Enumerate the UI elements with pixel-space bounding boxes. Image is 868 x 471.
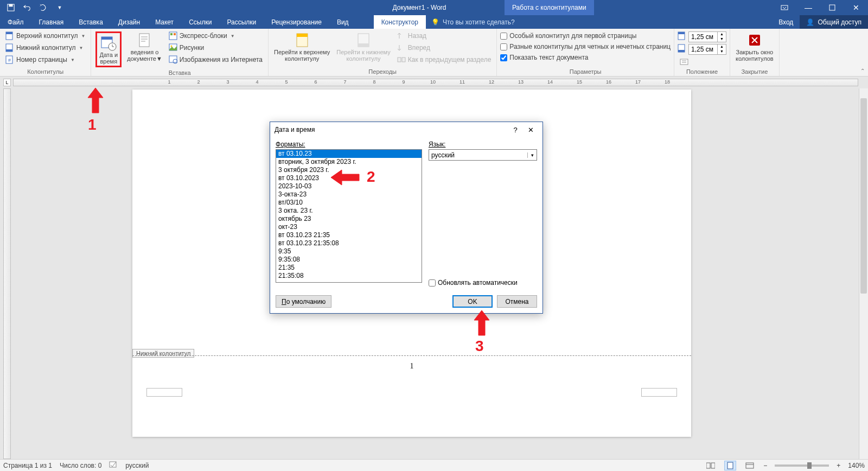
- quick-parts-button[interactable]: Экспресс-блоки▼: [167, 30, 265, 41]
- header-from-top-input[interactable]: 1,25 см▲▼: [688, 31, 726, 42]
- tab-home[interactable]: Главная: [31, 15, 72, 29]
- group-label: Положение: [678, 67, 726, 76]
- format-option[interactable]: 21:35:08: [276, 272, 422, 280]
- tab-mailings[interactable]: Рассылки: [219, 15, 264, 29]
- undo-icon[interactable]: [21, 1, 34, 14]
- svg-rect-30: [678, 50, 685, 52]
- format-option[interactable]: вт 03.10.23: [276, 150, 422, 158]
- format-option[interactable]: окт-23: [276, 223, 422, 231]
- tab-references[interactable]: Ссылки: [181, 15, 219, 29]
- horizontal-ruler[interactable]: 123456789101112131415161718: [13, 79, 858, 86]
- group-label: Вставка: [94, 68, 265, 77]
- annotation-label-1: 1: [88, 116, 97, 133]
- format-option[interactable]: вт 03.10.23 21:35:08: [276, 239, 422, 247]
- zoom-level[interactable]: 140%: [848, 462, 865, 469]
- redo-icon[interactable]: [37, 1, 50, 14]
- format-option[interactable]: 3-окта-23: [276, 190, 422, 199]
- close-dialog-icon[interactable]: ✕: [523, 126, 538, 134]
- page-number-text[interactable]: 1: [410, 362, 414, 371]
- tab-review[interactable]: Рецензирование: [264, 15, 329, 29]
- svg-rect-13: [139, 34, 149, 47]
- sign-in-button[interactable]: Вход: [772, 15, 800, 29]
- goto-header-button[interactable]: Перейти к верхнемуколонтитулу: [272, 30, 332, 63]
- vertical-scrollbar[interactable]: [859, 88, 868, 459]
- format-option[interactable]: 21:35: [276, 264, 422, 272]
- tab-design[interactable]: Дизайн: [111, 15, 148, 29]
- close-icon: [746, 31, 763, 49]
- language-label: Язык:: [429, 141, 445, 148]
- date-time-button[interactable]: Дата ивремя: [95, 31, 122, 67]
- svg-rect-5: [6, 32, 12, 34]
- language-combobox[interactable]: русский▾: [429, 149, 537, 161]
- status-bar: Страница 1 из 1 Число слов: 0 русский − …: [0, 459, 868, 471]
- tab-view[interactable]: Вид: [329, 15, 356, 29]
- ok-button[interactable]: OK: [452, 295, 493, 308]
- quick-access-toolbar: ▼: [0, 1, 66, 14]
- format-option[interactable]: вт/03/10: [276, 199, 422, 207]
- page-number-button[interactable]: #Номер страницы▼: [3, 54, 87, 65]
- group-insert: Дата ивремя ведения одокументе▼ Экспресс…: [91, 29, 269, 76]
- save-icon[interactable]: [4, 1, 17, 14]
- format-option[interactable]: вт 03.10.23 21:35: [276, 231, 422, 239]
- help-icon[interactable]: ?: [508, 126, 523, 134]
- svg-rect-35: [711, 463, 715, 468]
- footer-button[interactable]: Нижний колонтитул▼: [3, 42, 87, 53]
- tab-layout[interactable]: Макет: [148, 15, 181, 29]
- svg-rect-15: [170, 33, 173, 35]
- header-button[interactable]: Верхний колонтитул▼: [3, 30, 87, 41]
- svg-rect-16: [174, 33, 176, 35]
- format-option[interactable]: вторник, 3 октября 2023 г.: [276, 158, 422, 166]
- tab-selector[interactable]: L: [3, 79, 11, 86]
- insert-alignment-tab-button[interactable]: [678, 56, 726, 67]
- status-page[interactable]: Страница 1 из 1: [3, 462, 52, 469]
- online-pictures-button[interactable]: Изображения из Интернета: [167, 54, 265, 65]
- window-controls: — ✕: [773, 0, 868, 15]
- footer-from-bottom-input[interactable]: 1,25 см▲▼: [688, 44, 726, 55]
- status-word-count[interactable]: Число слов: 0: [60, 462, 101, 469]
- status-language[interactable]: русский: [125, 462, 149, 469]
- status-proofing-icon[interactable]: [109, 461, 118, 470]
- close-header-footer-button[interactable]: Закрыть окноколонтитулов: [733, 30, 776, 63]
- set-default-button[interactable]: По умолчанию: [276, 295, 331, 308]
- format-option[interactable]: 9:35:08: [276, 256, 422, 264]
- close-window-icon[interactable]: ✕: [844, 0, 868, 15]
- first-page-different-checkbox[interactable]: Особый колонтитул для первой страницы: [500, 31, 671, 40]
- document-info-button[interactable]: ведения одокументе▼: [125, 30, 164, 63]
- view-print-layout-icon[interactable]: [724, 461, 736, 470]
- maximize-icon[interactable]: [820, 0, 844, 15]
- view-web-layout-icon[interactable]: [744, 461, 756, 470]
- nav-next-button: Вперед: [395, 42, 494, 53]
- share-button[interactable]: 👤Общий доступ: [800, 15, 868, 29]
- svg-rect-11: [101, 37, 112, 40]
- zoom-out-button[interactable]: −: [763, 462, 767, 469]
- cancel-button[interactable]: Отмена: [497, 295, 537, 308]
- group-label: Переходы: [272, 67, 493, 76]
- tab-constructor[interactable]: Конструктор: [374, 15, 426, 29]
- update-automatically-checkbox[interactable]: Обновлять автоматически: [429, 279, 537, 287]
- svg-text:#: #: [8, 58, 11, 63]
- group-headers-footers: Верхний колонтитул▼ Нижний колонтитул▼ #…: [0, 29, 91, 76]
- show-document-text-checkbox[interactable]: Показать текст документа: [500, 53, 671, 62]
- view-read-mode-icon[interactable]: [705, 461, 717, 470]
- footer-from-bottom-icon: [678, 44, 686, 55]
- vertical-ruler[interactable]: [3, 88, 11, 459]
- svg-rect-3: [829, 5, 835, 10]
- format-option[interactable]: 9:35: [276, 247, 422, 256]
- tell-me-search[interactable]: 💡Что вы хотите сделать?: [426, 15, 772, 29]
- qat-customize-icon[interactable]: ▼: [53, 1, 66, 14]
- title-bar: ▼ Документ1 - Word Работа с колонтитулам…: [0, 0, 868, 15]
- zoom-slider[interactable]: [775, 464, 829, 467]
- ribbon-options-icon[interactable]: [773, 0, 796, 15]
- tab-file[interactable]: Файл: [0, 15, 31, 29]
- zoom-in-button[interactable]: +: [837, 462, 840, 469]
- format-option[interactable]: октябрь 23: [276, 215, 422, 223]
- odd-even-different-checkbox[interactable]: Разные колонтитулы для четных и нечетных…: [500, 42, 671, 51]
- dialog-titlebar[interactable]: Дата и время ? ✕: [270, 122, 542, 137]
- footer-boundary: [132, 355, 691, 356]
- svg-rect-28: [678, 32, 685, 34]
- collapse-ribbon-icon[interactable]: ⌃: [860, 68, 865, 74]
- pictures-button[interactable]: Рисунки: [167, 42, 265, 53]
- format-option[interactable]: 3 окта. 23 г.: [276, 207, 422, 215]
- minimize-icon[interactable]: —: [796, 0, 820, 15]
- tab-insert[interactable]: Вставка: [71, 15, 111, 29]
